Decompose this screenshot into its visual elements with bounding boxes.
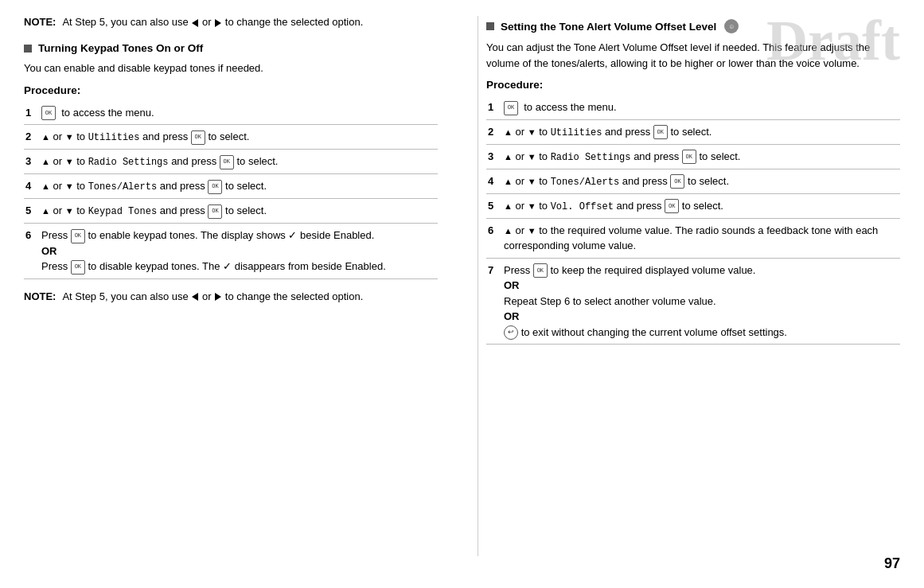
step-num: 5 [24, 199, 40, 224]
table-row: 7 Press OK to keep the required displaye… [486, 258, 900, 345]
step-content: ▲ or ▼ to the required volume value. The… [502, 218, 900, 258]
step-content: ▲ or ▼ to Radio Settings and press OK to… [40, 150, 438, 174]
section-heading-tone: Setting the Tone Alert Volume Offset Lev… [486, 19, 900, 33]
code-tones-alerts-r: Tones/Alerts [551, 177, 619, 188]
step-content: Press OK to enable keypad tones. The dis… [40, 224, 438, 279]
section-title-tone: Setting the Tone Alert Volume Offset Lev… [501, 21, 716, 33]
ok-button-icon: OK [191, 130, 205, 145]
table-row: 4 ▲ or ▼ to Tones/Alerts and press OK to… [24, 174, 438, 199]
step-content: ▲ or ▼ to Utilities and press OK to sele… [502, 119, 900, 144]
code-vol-offset: Vol. Offset [551, 201, 614, 212]
table-row: 6 Press OK to enable keypad tones. The d… [24, 224, 438, 279]
arrow-down-icon: ▼ [65, 204, 74, 218]
arrow-down-icon: ▼ [528, 150, 536, 164]
or-label: OR [504, 310, 520, 322]
steps-table-right: 1 OK to access the menu. 2 ▲ or ▼ to Uti… [486, 95, 900, 345]
table-row: 4 ▲ or ▼ to Tones/Alerts and press OK to… [486, 169, 900, 193]
profile-icon: ☺ [724, 19, 739, 33]
note-text-bottom: At Step 5, you can also use or to change… [62, 290, 363, 302]
table-row: 5 ▲ or ▼ to Vol. Offset and press OK to … [486, 193, 900, 218]
step-content: OK to access the menu. [40, 101, 438, 125]
arrow-left-icon-note-top [192, 19, 198, 27]
step-num: 3 [486, 144, 502, 169]
ok-button-icon: OK [208, 204, 222, 219]
arrow-down-icon: ▼ [528, 224, 536, 238]
arrow-up-icon: ▲ [504, 175, 513, 189]
step-num: 4 [24, 174, 40, 199]
steps-table-left: 1 OK to access the menu. 2 ▲ or ▼ to Uti… [24, 101, 438, 279]
code-utilities: Utilities [88, 132, 140, 143]
arrow-down-icon: ▼ [528, 200, 536, 213]
arrow-down-icon: ▼ [65, 155, 74, 169]
arrow-up-icon: ▲ [504, 150, 513, 164]
note-label-bottom: NOTE: [24, 290, 56, 302]
step-content: ▲ or ▼ to Vol. Offset and press OK to se… [502, 193, 900, 218]
code-radio-settings-r: Radio Settings [551, 152, 631, 163]
arrow-up-icon: ▲ [504, 200, 513, 213]
ok-button-icon: OK [653, 125, 668, 139]
arrow-down-icon: ▼ [65, 130, 74, 144]
table-row: 2 ▲ or ▼ to Utilities and press OK to se… [24, 125, 438, 150]
section-intro-keypad: You can enable and disable keypad tones … [24, 60, 438, 76]
procedure-heading-right: Procedure: [486, 79, 900, 91]
code-tones-alerts: Tones/Alerts [88, 181, 157, 193]
table-row: 3 ▲ or ▼ to Radio Settings and press OK … [486, 144, 900, 169]
table-row: 1 OK to access the menu. [24, 101, 438, 125]
ok-button-icon: OK [670, 174, 684, 189]
ok-button-icon: OK [71, 260, 85, 275]
table-row: 5 ▲ or ▼ to Keypad Tones and press OK to… [24, 199, 438, 224]
note-bottom: NOTE: At Step 5, you can also use or to … [24, 290, 438, 302]
note-label-top: NOTE: [24, 16, 56, 28]
table-row: 6 ▲ or ▼ to the required volume value. T… [486, 218, 900, 258]
arrow-up-icon: ▲ [41, 180, 50, 193]
step-content: ▲ or ▼ to Radio Settings and press OK to… [502, 144, 900, 169]
or-label: OR [504, 279, 520, 291]
table-row: 2 ▲ or ▼ to Utilities and press OK to se… [486, 119, 900, 144]
ok-button-icon: OK [533, 263, 548, 278]
arrow-up-icon: ▲ [504, 224, 513, 238]
step-content: ▲ or ▼ to Keypad Tones and press OK to s… [40, 199, 438, 224]
step-num: 1 [486, 95, 502, 119]
step-num: 6 [486, 218, 502, 258]
arrow-up-icon: ▲ [41, 204, 50, 218]
arrow-down-icon: ▼ [65, 180, 74, 193]
step-num: 3 [24, 150, 40, 174]
step-content: OK to access the menu. [502, 95, 900, 119]
table-row: 3 ▲ or ▼ to Radio Settings and press OK … [24, 150, 438, 174]
arrow-up-icon: ▲ [41, 155, 50, 169]
page-number: 97 [884, 555, 900, 572]
left-column: NOTE: At Step 5, you can also use or to … [24, 16, 446, 556]
ok-button-icon: OK [682, 150, 696, 164]
ok-button-icon: OK [208, 180, 222, 194]
ok-button-icon: OK [504, 101, 518, 115]
arrow-right-icon-note-top [215, 19, 221, 27]
section-title-keypad: Turning Keypad Tones On or Off [38, 42, 203, 54]
arrow-down-icon: ▼ [528, 175, 536, 189]
arrow-left-icon-note-bottom [192, 293, 198, 301]
section-bullet-icon-tone [486, 22, 494, 30]
arrow-up-icon: ▲ [504, 126, 513, 139]
note-top: NOTE: At Step 5, you can also use or to … [24, 16, 438, 28]
ok-button-icon: OK [41, 106, 56, 120]
ok-button-icon: OK [71, 229, 85, 243]
code-radio-settings: Radio Settings [88, 157, 169, 168]
note-text-top: At Step 5, you can also use or to change… [62, 16, 363, 28]
step-content: ▲ or ▼ to Utilities and press OK to sele… [40, 125, 438, 150]
procedure-heading-left: Procedure: [24, 84, 438, 96]
or-label: OR [41, 245, 57, 257]
back-button-icon: ↩ [504, 325, 518, 340]
section-intro-tone: You can adjust the Tone Alert Volume Off… [486, 40, 900, 71]
arrow-down-icon: ▼ [528, 126, 536, 139]
step-num: 4 [486, 169, 502, 193]
code-keypad-tones: Keypad Tones [88, 206, 157, 217]
section-heading-keypad: Turning Keypad Tones On or Off [24, 42, 438, 54]
arrow-up-icon: ▲ [41, 130, 50, 144]
section-bullet-icon-keypad [24, 45, 32, 53]
ok-button-icon: OK [665, 199, 679, 213]
step-num: 2 [24, 125, 40, 150]
table-row: 1 OK to access the menu. [486, 95, 900, 119]
ok-button-icon: OK [220, 155, 234, 169]
step-num: 7 [486, 258, 502, 345]
step-content: ▲ or ▼ to Tones/Alerts and press OK to s… [502, 169, 900, 193]
right-column: Setting the Tone Alert Volume Offset Lev… [478, 16, 900, 556]
